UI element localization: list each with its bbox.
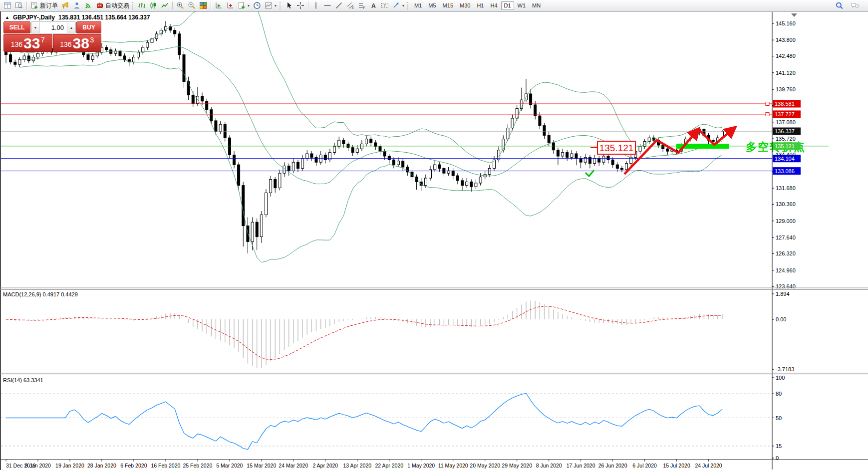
cursor-button[interactable]: [284, 0, 294, 10]
svg-text:F: F: [363, 6, 365, 9]
svg-text:15: 15: [776, 443, 782, 449]
toolbar-separator: [211, 1, 211, 9]
channel-button[interactable]: E: [345, 0, 356, 10]
tf-w1-button[interactable]: W1: [515, 1, 529, 10]
templates-button[interactable]: ▾: [263, 0, 278, 10]
volume-decrease-button[interactable]: ▼: [31, 22, 40, 33]
search-icon: [835, 1, 844, 10]
svg-text:A: A: [371, 2, 376, 9]
bar-chart-button[interactable]: [136, 0, 147, 10]
svg-text:T: T: [384, 3, 386, 8]
svg-text:130.360: 130.360: [776, 201, 796, 207]
search-button[interactable]: [834, 0, 845, 10]
buy-button[interactable]: BUY: [76, 21, 101, 33]
tf-m15-button[interactable]: M15: [440, 1, 456, 10]
horizontal-line-button[interactable]: [322, 0, 333, 10]
svg-text:-3.7183: -3.7183: [776, 366, 794, 372]
svg-text:137.727: 137.727: [775, 111, 795, 117]
svg-text:16 Feb 2020: 16 Feb 2020: [151, 463, 180, 469]
autotrading-button[interactable]: 自动交易: [94, 0, 131, 10]
svg-text:135.720: 135.720: [776, 136, 796, 142]
zoom-window-button[interactable]: [13, 0, 24, 10]
svg-text:11 May 2020: 11 May 2020: [438, 463, 468, 469]
toolbar-separator: [308, 1, 308, 9]
template-chart-icon: [265, 1, 273, 9]
buy-price-button[interactable]: 136383: [53, 34, 102, 52]
svg-text:6 Jul 2020: 6 Jul 2020: [632, 463, 657, 469]
candlestick-icon: [149, 1, 157, 9]
chat-button[interactable]: [849, 0, 861, 10]
svg-text:100: 100: [776, 375, 785, 381]
svg-text:136.337: 136.337: [775, 128, 795, 134]
equidistant-channel-icon: E: [346, 1, 354, 9]
toolbar-separator: [26, 1, 27, 9]
svg-text:80: 80: [776, 391, 782, 397]
sell-button[interactable]: SELL: [3, 21, 30, 33]
volume-value-input[interactable]: 1.00: [40, 22, 67, 33]
tf-m5-button[interactable]: M5: [425, 1, 439, 10]
new-chart-icon: [238, 1, 246, 9]
add-indicator-button[interactable]: [225, 0, 236, 10]
buy-price-pip-digit: 3: [90, 35, 94, 44]
text-label-button[interactable]: T: [379, 0, 390, 10]
crosshair-icon: [296, 1, 304, 9]
period-clock-button[interactable]: [252, 0, 263, 10]
chart-title: ▲ GBPJPY-,Daily 135.831 136.451 135.664 …: [5, 14, 150, 21]
line-chart-icon: [161, 1, 169, 9]
buy-price-big-digits: 38: [73, 36, 89, 50]
tf-h1-button[interactable]: H1: [474, 1, 487, 10]
clock-icon: [253, 1, 261, 9]
collapse-icon[interactable]: ▲: [5, 15, 9, 20]
vertical-line-button[interactable]: [310, 0, 321, 10]
svg-text:129.000: 129.000: [776, 218, 796, 224]
alerts-horn-button[interactable]: [60, 0, 71, 10]
caret-down-icon: ▾: [275, 3, 277, 8]
svg-text:29 May 2020: 29 May 2020: [502, 463, 532, 469]
trendline-button[interactable]: [333, 0, 344, 10]
tf-mn-button[interactable]: MN: [529, 1, 544, 10]
tf-m30-button[interactable]: M30: [457, 1, 473, 10]
svg-text:28 Jan 2020: 28 Jan 2020: [87, 463, 116, 469]
signals-button[interactable]: [83, 0, 94, 10]
signal-icon: [84, 1, 92, 9]
mt4-window: 新订单 自动交易 ▾ ▾ E F A T ▾ M1 M5 M15 M30: [0, 0, 868, 470]
svg-text:0.00: 0.00: [776, 316, 786, 322]
svg-text:9 Jan 2020: 9 Jan 2020: [25, 463, 51, 469]
sell-price-big-digits: 33: [23, 36, 40, 50]
chat-bubbles-icon: [851, 1, 860, 9]
price-chart-canvas[interactable]: 多空转折点135.121145.160143.800142.480141.120…: [0, 0, 868, 470]
tile-windows-icon: [199, 1, 207, 9]
shapes-button[interactable]: ▾: [391, 0, 406, 10]
svg-text:1.894: 1.894: [776, 291, 790, 297]
new-chart-button[interactable]: ▾: [236, 0, 251, 10]
svg-text:24 Jul 2020: 24 Jul 2020: [695, 463, 722, 469]
zoom-in-button[interactable]: [175, 0, 186, 10]
volume-increase-button[interactable]: ▲: [67, 22, 75, 33]
sell-price-button[interactable]: 136337: [3, 34, 52, 52]
svg-text:142.480: 142.480: [776, 53, 796, 59]
zoom-window-icon: [15, 1, 23, 9]
crosshair-button[interactable]: [295, 0, 306, 10]
candlestick-chart-button[interactable]: [148, 0, 159, 10]
cursor-arrow-icon: [285, 1, 293, 9]
caret-down-icon: ▾: [248, 3, 250, 8]
tf-d1-button[interactable]: D1: [501, 1, 514, 10]
person-icon: [73, 1, 81, 9]
bar-chart-icon: [138, 1, 146, 9]
line-chart-button[interactable]: [159, 0, 170, 10]
macd-indicator-label: MACD(12,26,9) 0.4917 0.4429: [3, 291, 78, 297]
text-button[interactable]: A: [368, 0, 379, 10]
svg-text:138.581: 138.581: [775, 101, 795, 107]
zoom-out-button[interactable]: [186, 0, 197, 10]
tf-h4-button[interactable]: H4: [487, 1, 500, 10]
new-order-button[interactable]: 新订单: [29, 0, 59, 10]
fibonacci-button[interactable]: F: [356, 0, 367, 10]
svg-text:139.760: 139.760: [776, 86, 796, 92]
tf-m1-button[interactable]: M1: [411, 1, 425, 10]
charts-grid-button[interactable]: [2, 0, 13, 10]
triangle-down-icon: ▼: [34, 26, 37, 29]
tile-windows-button[interactable]: [198, 0, 209, 10]
indicators-button[interactable]: [213, 0, 224, 10]
community-button[interactable]: [71, 0, 82, 10]
triangle-up-icon: ▲: [70, 26, 73, 29]
